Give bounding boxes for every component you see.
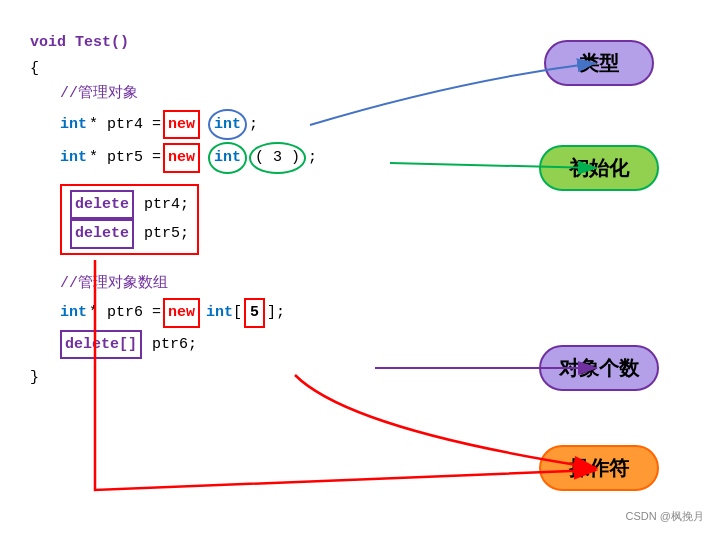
int-type-boxed-2: int bbox=[208, 142, 247, 174]
delete-line-1: delete ptr4; bbox=[70, 190, 189, 220]
closing-brace: } bbox=[30, 365, 39, 391]
void-keyword: void Test() bbox=[30, 30, 129, 56]
semicolon-1: ; bbox=[249, 112, 258, 138]
code-line-6: delete[] ptr6; bbox=[60, 330, 317, 360]
code-line-2: { bbox=[30, 56, 317, 82]
ptr5-decl: * ptr5 = bbox=[89, 145, 161, 171]
count-val-box: 5 bbox=[244, 298, 265, 328]
comment-1: //管理对象 bbox=[60, 81, 138, 107]
comment-line-2: //管理对象数组 bbox=[60, 271, 317, 297]
new-keyword-2: new bbox=[163, 143, 200, 173]
int-type-boxed-1: int bbox=[208, 109, 247, 141]
bracket-close: ]; bbox=[267, 300, 285, 326]
code-line-5: int * ptr6 = new int[ 5 ]; bbox=[60, 298, 317, 328]
init-label: 初始化 bbox=[569, 155, 629, 182]
comment-line-1: //管理对象 bbox=[60, 81, 317, 107]
op-bubble: 操作符 bbox=[539, 445, 659, 491]
new-keyword-1: new bbox=[163, 110, 200, 140]
int-type-2: int bbox=[60, 145, 87, 171]
delete-arr-keyword: delete[] bbox=[60, 330, 142, 360]
count-bubble: 对象个数 bbox=[539, 345, 659, 391]
new-keyword-3: new bbox=[163, 298, 200, 328]
delete-line-2: delete ptr5; bbox=[70, 219, 189, 249]
count-label: 对象个数 bbox=[559, 355, 639, 382]
int-type-1: int bbox=[60, 112, 87, 138]
watermark: CSDN @枫挽月 bbox=[626, 509, 704, 524]
ptr6-decl: * ptr6 = bbox=[89, 300, 161, 326]
ptr6-delete: ptr6; bbox=[152, 332, 197, 358]
comment-2: //管理对象数组 bbox=[60, 271, 168, 297]
delete-keyword-2: delete bbox=[70, 219, 134, 249]
code-line-3: int * ptr4 = new int ; bbox=[60, 109, 317, 141]
semicolon-2: ; bbox=[308, 145, 317, 171]
type-bubble: 类型 bbox=[544, 40, 654, 86]
closing-brace-line: } bbox=[30, 365, 317, 391]
init-bubble: 初始化 bbox=[539, 145, 659, 191]
code-line-4: int * ptr5 = new int ( 3 ) ; bbox=[60, 142, 317, 174]
int-bracket-open: int[ bbox=[206, 300, 242, 326]
delete-keyword-1: delete bbox=[70, 190, 134, 220]
delete-group: delete ptr4; delete ptr5; bbox=[60, 184, 199, 255]
init-parens: ( 3 ) bbox=[249, 142, 306, 174]
int-type-3: int bbox=[60, 300, 87, 326]
main-canvas: void Test() { //管理对象 int * ptr4 = new in… bbox=[0, 0, 714, 534]
op-label: 操作符 bbox=[569, 455, 629, 482]
open-brace: { bbox=[30, 56, 39, 82]
type-label: 类型 bbox=[579, 50, 619, 77]
code-block: void Test() { //管理对象 int * ptr4 = new in… bbox=[30, 30, 317, 391]
ptr4-decl: * ptr4 = bbox=[89, 112, 161, 138]
ptr5-delete: ptr5; bbox=[144, 221, 189, 247]
ptr4-delete: ptr4; bbox=[144, 192, 189, 218]
code-line-1: void Test() bbox=[30, 30, 317, 56]
